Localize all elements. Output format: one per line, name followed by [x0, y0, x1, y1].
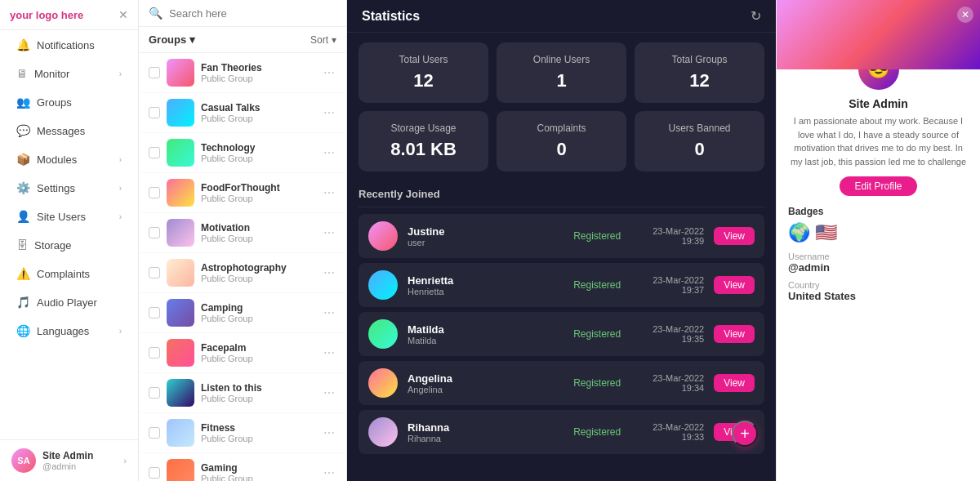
list-item[interactable]: Fan Theories Public Group ⋯ — [139, 53, 346, 93]
group-more-icon[interactable]: ⋯ — [322, 146, 336, 159]
refresh-icon[interactable]: ↻ — [751, 8, 761, 24]
list-item[interactable]: Fitness Public Group ⋯ — [139, 413, 346, 453]
list-item[interactable]: FoodForThought Public Group ⋯ — [139, 173, 346, 213]
user-status: Registered — [573, 279, 621, 291]
list-item[interactable]: Technology Public Group ⋯ — [139, 133, 346, 173]
group-name: Fan Theories — [201, 62, 315, 73]
country-field-row: Country United States — [788, 280, 969, 302]
group-checkbox-3[interactable] — [149, 187, 160, 198]
group-checkbox-5[interactable] — [149, 267, 160, 278]
list-item[interactable]: Gaming Public Group ⋯ — [139, 453, 346, 481]
group-checkbox-6[interactable] — [149, 307, 160, 318]
badges-section: Badges 🌍🇺🇸 — [777, 196, 980, 243]
group-info: Casual Talks Public Group — [201, 102, 315, 123]
table-row: Justine user Registered 23-Mar-202219:39… — [359, 214, 764, 258]
avatar — [368, 368, 398, 398]
add-group-button[interactable]: + — [732, 421, 758, 447]
group-type: Public Group — [201, 314, 315, 323]
group-thumbnail — [167, 419, 194, 447]
sidebar-item-groups[interactable]: 👥 Groups — [5, 88, 133, 116]
group-checkbox-8[interactable] — [149, 387, 160, 399]
stat-label: Total Users — [370, 54, 477, 65]
group-more-icon[interactable]: ⋯ — [322, 306, 336, 319]
sort-button[interactable]: Sort ▾ — [310, 34, 336, 46]
group-checkbox-7[interactable] — [149, 347, 160, 359]
close-panel-button[interactable]: ✕ — [957, 7, 973, 23]
sidebar-item-complaints[interactable]: ⚠️ Complaints — [5, 260, 133, 287]
group-more-icon[interactable]: ⋯ — [322, 266, 336, 279]
group-more-icon[interactable]: ⋯ — [322, 466, 336, 479]
stat-card: Online Users 1 — [497, 42, 626, 103]
group-more-icon[interactable]: ⋯ — [322, 226, 336, 239]
sidebar-item-label: Site Users — [37, 211, 86, 223]
sidebar-nav: 🔔 Notifications 🖥 Monitor › 👥 Groups 💬 M… — [0, 30, 138, 439]
stat-value: 12 — [370, 70, 477, 91]
footer-handle: @admin — [42, 461, 117, 471]
group-thumbnail — [167, 299, 194, 327]
modules-icon: 📦 — [16, 153, 30, 166]
group-checkbox-10[interactable] — [149, 467, 160, 479]
group-name: Facepalm — [201, 342, 315, 354]
username-value: @admin — [788, 261, 969, 274]
groups-label-text: Groups — [149, 33, 186, 46]
stat-value: 1 — [508, 70, 615, 91]
groups-label[interactable]: Groups ▾ — [149, 33, 195, 46]
sidebar-footer[interactable]: SA Site Admin @admin › — [0, 439, 138, 481]
group-checkbox-4[interactable] — [149, 227, 160, 238]
sidebar-item-label: Monitor — [34, 68, 69, 80]
group-more-icon[interactable]: ⋯ — [322, 346, 336, 359]
list-item[interactable]: Listen to this Public Group ⋯ — [139, 373, 346, 413]
list-item[interactable]: Facepalm Public Group ⋯ — [139, 333, 346, 373]
sidebar-item-settings[interactable]: ⚙️ Settings › — [5, 174, 133, 202]
list-item[interactable]: Casual Talks Public Group ⋯ — [139, 93, 346, 133]
list-item[interactable]: Camping Public Group ⋯ — [139, 293, 346, 333]
username-field-row: Username @admin — [788, 252, 969, 274]
edit-profile-button[interactable]: Edit Profile — [840, 176, 916, 196]
group-list: Fan Theories Public Group ⋯ Casual Talks… — [139, 53, 346, 481]
view-button[interactable]: View — [714, 325, 755, 343]
logo-text: your logo here — [10, 9, 83, 21]
sidebar-item-monitor[interactable]: 🖥 Monitor › — [5, 60, 133, 87]
view-button[interactable]: View — [714, 227, 755, 245]
sidebar-item-storage[interactable]: 🗄 Storage — [5, 231, 133, 259]
group-checkbox-0[interactable] — [149, 67, 160, 78]
user-status: Registered — [573, 230, 621, 242]
sidebar-item-messages[interactable]: 💬 Messages — [5, 117, 133, 145]
notifications-icon: 🔔 — [16, 38, 30, 51]
search-input[interactable] — [169, 7, 336, 20]
user-date: 23-Mar-202219:34 — [630, 373, 704, 393]
user-info: Matilda Matilda — [408, 323, 564, 345]
list-item[interactable]: Motivation Public Group ⋯ — [139, 213, 346, 253]
sidebar-item-notifications[interactable]: 🔔 Notifications — [5, 31, 133, 59]
table-row: Rihanna Rihanna Registered 23-Mar-202219… — [359, 410, 764, 454]
sidebar-item-languages[interactable]: 🌐 Languages › — [5, 317, 133, 345]
group-more-icon[interactable]: ⋯ — [322, 66, 336, 79]
group-thumbnail — [167, 259, 194, 287]
group-checkbox-2[interactable] — [149, 147, 160, 158]
profile-bio: I am passionate about my work. Because I… — [788, 114, 969, 168]
group-thumbnail — [167, 379, 194, 407]
group-checkbox-1[interactable] — [149, 107, 160, 118]
close-icon[interactable]: ✕ — [118, 8, 128, 21]
group-more-icon[interactable]: ⋯ — [322, 186, 336, 199]
group-checkbox-9[interactable] — [149, 427, 160, 439]
group-info: Fan Theories Public Group — [201, 62, 315, 83]
group-name: Camping — [201, 302, 315, 314]
group-type: Public Group — [201, 154, 315, 163]
footer-info: Site Admin @admin — [42, 450, 117, 471]
group-name: Gaming — [201, 462, 315, 474]
table-row: Henrietta Henrietta Registered 23-Mar-20… — [359, 263, 764, 307]
stats-grid: Total Users 12 Online Users 1 Total Grou… — [347, 33, 776, 181]
sidebar-item-site-users[interactable]: 👤 Site Users › — [5, 203, 133, 230]
user-status: Registered — [573, 377, 621, 389]
group-more-icon[interactable]: ⋯ — [322, 426, 336, 439]
sidebar-item-modules[interactable]: 📦 Modules › — [5, 145, 133, 173]
group-more-icon[interactable]: ⋯ — [322, 106, 336, 119]
search-icon: 🔍 — [149, 7, 163, 20]
stat-label: Users Banned — [646, 122, 753, 134]
list-item[interactable]: Astrophotography Public Group ⋯ — [139, 253, 346, 293]
group-more-icon[interactable]: ⋯ — [322, 386, 336, 399]
view-button[interactable]: View — [714, 276, 755, 294]
sidebar-item-audio-player[interactable]: 🎵 Audio Player — [5, 288, 133, 316]
view-button[interactable]: View — [714, 374, 755, 392]
